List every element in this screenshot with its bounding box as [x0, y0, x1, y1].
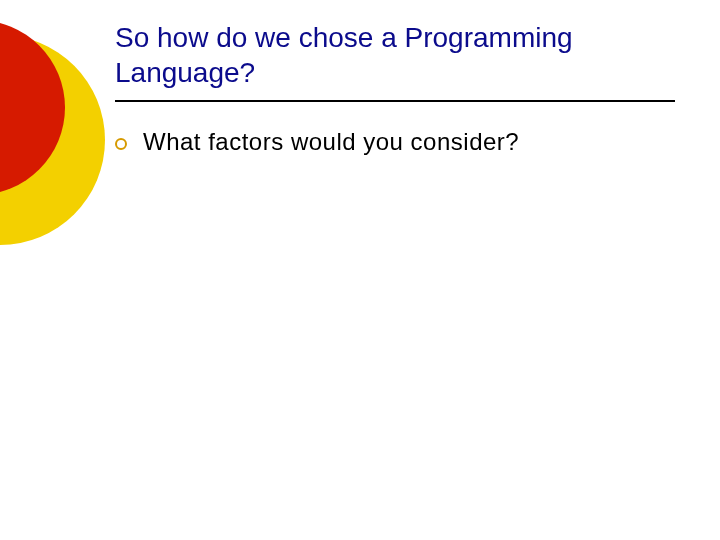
- bullet-item: What factors would you consider?: [115, 128, 519, 156]
- bullet-marker-icon: [115, 138, 127, 150]
- bullet-text: What factors would you consider?: [143, 128, 519, 156]
- slide-title: So how do we chose a Programming Languag…: [115, 20, 675, 90]
- title-divider: [115, 100, 675, 102]
